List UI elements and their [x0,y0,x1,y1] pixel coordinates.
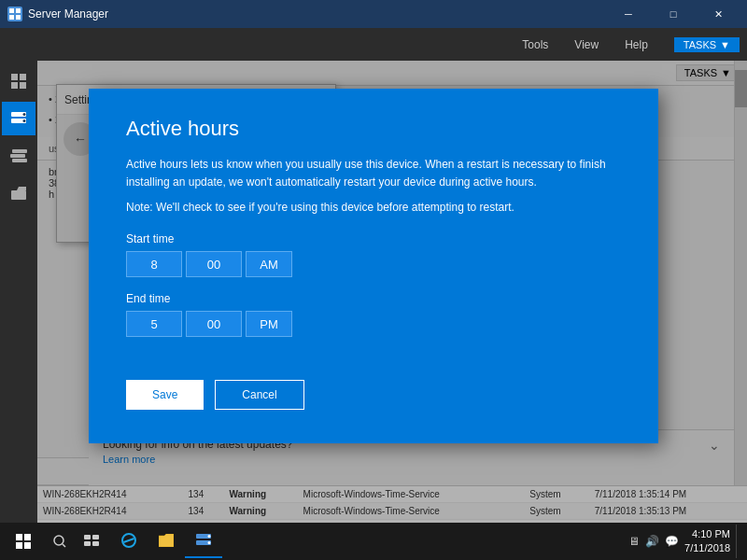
svg-rect-14 [12,159,27,162]
speaker-icon: 🔊 [645,535,659,548]
taskbar-clock[interactable]: 4:10 PM 7/11/2018 [684,527,730,556]
start-time-section: Start time [126,232,621,277]
sidebar-item-dashboard[interactable] [2,64,35,98]
svg-rect-1 [16,8,21,13]
network-icon: 🖥 [628,535,640,548]
cancel-button[interactable]: Cancel [215,380,303,410]
ie-taskbar-icon[interactable] [110,525,148,558]
close-button[interactable]: ✕ [697,0,740,28]
svg-line-21 [63,544,65,547]
title-bar-controls: ─ □ ✕ [607,0,740,28]
dialog-title: Active hours [126,117,621,141]
sm-toolbar: Tools View Help TASKS ▼ [0,28,747,61]
svg-rect-16 [16,534,22,540]
save-button[interactable]: Save [126,380,204,410]
svg-rect-3 [16,15,21,20]
svg-rect-5 [20,74,26,80]
svg-point-29 [208,541,211,544]
maximize-button[interactable]: □ [652,0,695,28]
start-time-inputs [126,251,621,277]
svg-rect-12 [12,149,27,153]
svg-rect-13 [10,154,25,158]
active-hours-dialog: Active hours Active hours lets us know w… [89,89,658,443]
svg-rect-2 [9,15,14,20]
dialog-buttons: Save Cancel [126,380,621,410]
sm-sidebar [0,61,37,560]
svg-point-11 [23,119,26,122]
end-hour-input[interactable] [126,311,182,337]
task-view-button[interactable] [73,525,110,558]
svg-point-20 [54,536,63,545]
svg-rect-18 [16,542,22,549]
svg-rect-22 [84,535,91,539]
start-hour-input[interactable] [126,251,182,277]
svg-rect-7 [20,82,26,89]
dialog-description: Active hours lets us know when you usual… [126,156,621,191]
end-time-section: End time [126,292,621,337]
taskbar: 🖥 🔊 💬 4:10 PM 7/11/2018 [0,523,747,560]
tasks-button[interactable]: TASKS ▼ [674,37,740,52]
end-time-label: End time [126,292,621,305]
end-time-inputs [126,311,621,337]
notification-icon[interactable]: 💬 [665,535,679,548]
sidebar-item-all-servers[interactable] [2,139,35,173]
svg-point-28 [208,535,211,538]
svg-rect-23 [92,535,99,539]
svg-rect-25 [92,541,99,546]
dialog-note: Note: We'll check to see if you're using… [126,201,621,214]
svg-rect-15 [11,190,26,200]
server-manager-window: Server Manager ─ □ ✕ Tools View Help TAS… [0,0,747,560]
sm-content: TASKS ▼ • 2018-05 Cumulative Update for … [0,61,747,560]
taskbar-tray: 🖥 🔊 💬 4:10 PM 7/11/2018 [621,525,747,558]
end-minute-input[interactable] [186,311,242,337]
svg-point-10 [23,113,26,116]
active-hours-overlay: Active hours Active hours lets us know w… [37,61,747,560]
start-minute-input[interactable] [186,251,242,277]
svg-rect-17 [24,534,31,540]
search-taskbar-icon[interactable] [47,525,73,558]
sidebar-item-local-server[interactable] [2,102,35,135]
tools-menu[interactable]: Tools [514,35,556,55]
server-manager-taskbar-icon[interactable] [185,525,222,558]
minimize-button[interactable]: ─ [607,0,650,28]
title-bar: Server Manager ─ □ ✕ [0,0,747,28]
svg-rect-19 [24,542,31,549]
main-content-area: TASKS ▼ • 2018-05 Cumulative Update for … [37,61,747,560]
explorer-taskbar-icon[interactable] [148,525,185,558]
svg-rect-0 [9,8,14,13]
show-desktop-button[interactable] [736,525,740,558]
start-time-label: Start time [126,232,621,245]
help-menu[interactable]: Help [617,35,655,55]
start-button[interactable] [0,523,47,560]
view-menu[interactable]: View [567,35,606,55]
app-icon [7,7,22,21]
sidebar-item-file-services[interactable] [2,176,35,210]
end-ampm-input[interactable] [246,311,292,337]
title-bar-title: Server Manager [28,7,607,21]
sm-main: TASKS ▼ • 2018-05 Cumulative Update for … [37,61,747,560]
start-ampm-input[interactable] [246,251,292,277]
svg-rect-4 [11,74,18,80]
svg-rect-6 [11,82,18,89]
svg-rect-24 [84,541,91,546]
